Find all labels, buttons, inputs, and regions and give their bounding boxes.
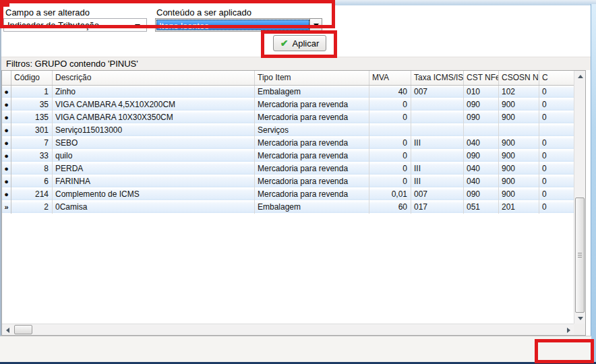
cell-codigo: 33 [11, 150, 53, 162]
cell-descricao: FARINHA [53, 175, 255, 188]
cell-tipo-item: Mercadoria para revenda [255, 111, 369, 124]
horizontal-scrollbar-thumb[interactable] [14, 325, 32, 334]
cell-tipo-item: Serviços [255, 124, 369, 137]
cell-cst-nfe: 090 [464, 150, 499, 162]
cell-descricao: VIGA CAMBARA 10X30X350CM [53, 111, 255, 124]
header-csosn-nfe[interactable]: CSOSN NFe [499, 71, 539, 85]
apply-button[interactable]: ✔ Aplicar [273, 35, 326, 51]
row-marker: ● [2, 150, 11, 162]
table-body: ● 1 Zinho Embalagem 40 007 010 102 0 ● 3… [2, 86, 585, 214]
vertical-scrollbar[interactable] [574, 71, 585, 324]
vertical-scrollbar-thumb[interactable] [575, 198, 585, 313]
scroll-up-button[interactable] [574, 71, 586, 82]
conteudo-a-ser-aplicado-combobox[interactable]: Itens Isentos [155, 18, 322, 32]
header-codigo[interactable]: Código [11, 71, 53, 85]
campo-a-ser-alterado-combobox[interactable]: Indicador de Tributação [3, 18, 147, 32]
table-row[interactable]: ● 33 quilo Mercadoria para revenda 0 090… [2, 150, 585, 162]
cell-descricao: Complemento de ICMS [53, 188, 255, 201]
chevron-down-icon [135, 24, 140, 28]
cell-codigo: 2 [11, 201, 53, 214]
cell-taxa-icms-iss: 017 [411, 201, 464, 214]
cell-truncated: 0 [539, 175, 574, 188]
cell-descricao: 0Camisa [53, 201, 255, 214]
table-row[interactable]: ● 35 VIGA CAMBARA 4,5X10X200CM Mercadori… [2, 98, 585, 111]
row-marker: ● [2, 188, 11, 201]
cell-cst-nfe [464, 124, 499, 137]
combobox-dropdown-button[interactable] [309, 19, 322, 31]
row-marker: ● [2, 111, 11, 124]
row-marker: ● [2, 86, 11, 98]
cell-mva: 0,01 [369, 188, 411, 201]
batch-edit-dialog: Campo a ser alterado Indicador de Tribut… [0, 0, 596, 364]
table-row[interactable]: ● 214 Complemento de ICMS Mercadoria par… [2, 188, 585, 201]
horizontal-scrollbar[interactable] [2, 324, 574, 335]
scroll-down-button[interactable] [574, 313, 586, 324]
items-grid: Código Descrição Tipo Item MVA Taxa ICMS… [1, 70, 586, 336]
apply-button-label: Aplicar [292, 38, 319, 49]
combobox-value: Indicador de Tributação [7, 20, 99, 30]
cell-taxa-icms-iss [411, 98, 464, 111]
window-frame-right [591, 4, 596, 364]
cell-csosn-nfe: 201 [499, 201, 539, 214]
header-taxa-icms-iss[interactable]: Taxa ICMS/ISS [411, 71, 464, 85]
header-mva[interactable]: MVA [369, 71, 411, 85]
cell-cst-nfe: 040 [464, 175, 499, 188]
cell-cst-nfe: 051 [464, 201, 499, 214]
cell-csosn-nfe: 900 [499, 150, 539, 162]
table-row[interactable]: ● 301 Serviço115013000 Serviços [2, 124, 585, 137]
cell-csosn-nfe: 900 [499, 137, 539, 150]
cell-truncated: 0 [539, 201, 574, 214]
header-truncated-column[interactable]: C [539, 71, 574, 85]
cell-truncated: 0 [539, 137, 574, 150]
cell-mva: 0 [369, 150, 411, 162]
filter-summary-bar: Filtros: GRUPO contendo 'PINUS' [1, 57, 591, 70]
field-label-campo: Campo a ser alterado [5, 7, 90, 18]
cell-codigo: 7 [11, 137, 53, 150]
header-descricao[interactable]: Descrição [53, 71, 255, 85]
cell-csosn-nfe [499, 124, 539, 137]
cell-descricao: quilo [53, 150, 255, 162]
cell-codigo: 1 [11, 86, 53, 98]
cell-mva: 0 [369, 111, 411, 124]
cell-mva: 0 [369, 137, 411, 150]
scroll-right-button[interactable] [563, 324, 574, 336]
cell-truncated: 0 [539, 98, 574, 111]
cell-descricao: SEBO [53, 137, 255, 150]
row-marker: ● [2, 162, 11, 175]
table-row[interactable]: ● 135 VIGA CAMBARA 10X30X350CM Mercadori… [2, 111, 585, 124]
table-row[interactable]: ● 1 Zinho Embalagem 40 007 010 102 0 [2, 86, 585, 98]
cell-codigo: 135 [11, 111, 53, 124]
cell-taxa-icms-iss: 007 [411, 188, 464, 201]
cell-mva: 0 [369, 98, 411, 111]
cell-tipo-item: Mercadoria para revenda [255, 98, 369, 111]
table-row[interactable]: ● 8 PERDA Mercadoria para revenda 0 III … [2, 162, 585, 175]
header-cst-nfe[interactable]: CST NFe [464, 71, 499, 85]
cell-codigo: 8 [11, 162, 53, 175]
cell-codigo: 301 [11, 124, 53, 137]
up-triangle-icon [578, 75, 583, 78]
cell-csosn-nfe: 900 [499, 111, 539, 124]
header-tipo-item[interactable]: Tipo Item [255, 71, 369, 85]
cell-descricao: Serviço115013000 [53, 124, 255, 137]
row-marker: ● [2, 137, 11, 150]
cell-tipo-item: Mercadoria para revenda [255, 188, 369, 201]
cell-taxa-icms-iss: III [411, 162, 464, 175]
table-row[interactable]: ● 7 SEBO Mercadoria para revenda 0 III 0… [2, 137, 585, 150]
cell-mva [369, 124, 411, 137]
cell-taxa-icms-iss: III [411, 137, 464, 150]
scroll-left-button[interactable] [2, 324, 13, 336]
combobox-value: Itens Isentos [159, 21, 209, 31]
cell-taxa-icms-iss [411, 150, 464, 162]
scrollbar-corner [574, 324, 585, 335]
cell-descricao: Zinho [53, 86, 255, 98]
chevron-down-icon [314, 24, 319, 27]
right-triangle-icon [567, 328, 570, 333]
cell-mva: 0 [369, 162, 411, 175]
cell-truncated: 0 [539, 150, 574, 162]
table-row[interactable]: ● 6 FARINHA Mercadoria para revenda 0 II… [2, 175, 585, 188]
cell-tipo-item: Mercadoria para revenda [255, 150, 369, 162]
cell-taxa-icms-iss [411, 124, 464, 137]
cell-cst-nfe: 040 [464, 137, 499, 150]
table-row[interactable]: » 2 0Camisa Embalagem 60 017 051 201 0 [2, 201, 585, 214]
cell-taxa-icms-iss [411, 111, 464, 124]
